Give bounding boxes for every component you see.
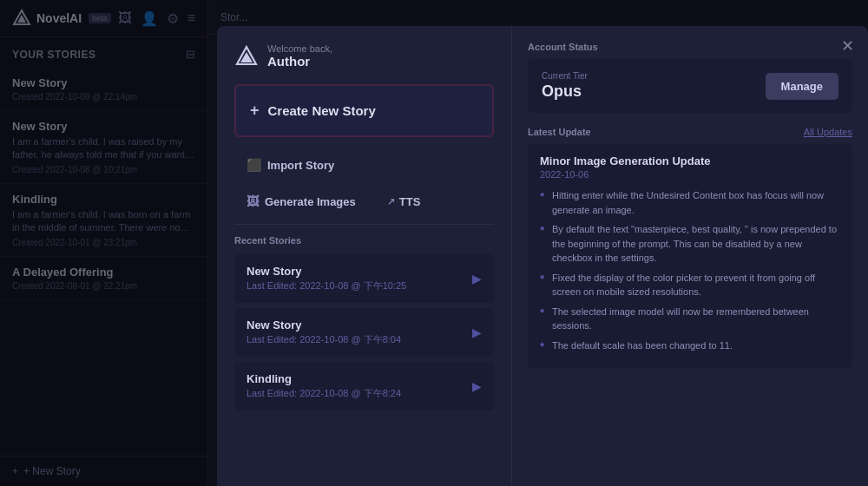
recent-item-info: New Story Last Edited: 2022-10-08 @ 下午8:…	[247, 319, 401, 346]
chevron-right-icon: ▶	[472, 272, 482, 286]
welcome-row: Welcome back, Author	[234, 43, 494, 69]
update-bullet: By default the text "masterpiece, best q…	[540, 222, 840, 266]
import-icon: ⬛	[247, 158, 261, 172]
home-modal: ✕ Welcome back, Author + Create New Stor…	[217, 26, 868, 486]
recent-item-info: New Story Last Edited: 2022-10-08 @ 下午10…	[247, 265, 406, 292]
tts-button[interactable]: ↗ TTS	[377, 188, 431, 215]
image-gen-icon: 🖼	[247, 194, 259, 208]
latest-update-label: Latest Update	[528, 127, 591, 137]
create-new-story-button[interactable]: + Create New Story	[234, 84, 494, 137]
latest-update-row: Latest Update All Updates	[528, 127, 852, 137]
import-story-label: Import Story	[267, 159, 334, 172]
manage-button[interactable]: Manage	[766, 73, 838, 100]
recent-story-item[interactable]: New Story Last Edited: 2022-10-08 @ 下午8:…	[234, 308, 494, 357]
welcome-logo-icon	[234, 44, 259, 69]
plus-icon: +	[250, 102, 260, 120]
tier-card: Current Tier Opus Manage	[528, 59, 852, 113]
generate-row: 🖼 Generate Images ↗ TTS	[234, 186, 494, 217]
tier-info: Current Tier Opus	[542, 71, 588, 101]
recent-item-date: Last Edited: 2022-10-08 @ 下午8:04	[247, 333, 401, 346]
recent-item-date: Last Edited: 2022-10-08 @ 下午8:24	[247, 387, 401, 400]
modal-left-column: Welcome back, Author + Create New Story …	[217, 26, 512, 486]
recent-story-item[interactable]: New Story Last Edited: 2022-10-08 @ 下午10…	[234, 254, 494, 303]
divider	[234, 224, 494, 225]
import-story-button[interactable]: ⬛ Import Story	[234, 149, 346, 181]
update-bullet: The selected image model will now be rem…	[540, 305, 840, 333]
all-updates-link[interactable]: All Updates	[804, 127, 852, 137]
recent-item-date: Last Edited: 2022-10-08 @ 下午10:25	[247, 279, 406, 292]
welcome-author: Author	[267, 54, 332, 69]
generate-images-button[interactable]: 🖼 Generate Images	[234, 186, 368, 217]
action-row: ⬛ Import Story	[234, 149, 494, 181]
recent-item-title: Kindling	[247, 372, 401, 385]
current-tier-label: Current Tier	[542, 71, 588, 81]
update-bullet: Hitting enter while the Undesired Conten…	[540, 188, 840, 217]
welcome-text-block: Welcome back, Author	[267, 43, 332, 69]
recent-item-title: New Story	[247, 319, 401, 332]
update-bullet: Fixed the display of the color picker to…	[540, 271, 840, 299]
create-new-story-label: Create New Story	[268, 103, 376, 118]
update-list: Hitting enter while the Undesired Conten…	[540, 188, 840, 352]
update-bullet: The default scale has been changed to 11…	[540, 338, 840, 353]
tier-name: Opus	[542, 82, 588, 101]
recent-stories-label: Recent Stories	[234, 235, 494, 246]
update-title: Minor Image Generation Update	[540, 154, 840, 167]
chevron-right-icon: ▶	[472, 379, 482, 393]
recent-item-title: New Story	[247, 265, 406, 278]
tts-label: TTS	[399, 195, 421, 208]
recent-item-info: Kindling Last Edited: 2022-10-08 @ 下午8:2…	[247, 372, 401, 400]
welcome-back-text: Welcome back,	[267, 43, 332, 54]
recent-story-item[interactable]: Kindling Last Edited: 2022-10-08 @ 下午8:2…	[234, 362, 494, 410]
update-card: Minor Image Generation Update 2022-10-06…	[528, 144, 852, 368]
external-link-icon: ↗	[387, 196, 395, 207]
generate-images-label: Generate Images	[265, 195, 356, 208]
modal-right-column: Account Status Current Tier Opus Manage …	[512, 26, 868, 486]
chevron-right-icon: ▶	[472, 325, 482, 339]
account-status-label: Account Status	[528, 42, 852, 52]
update-date: 2022-10-06	[540, 169, 840, 180]
